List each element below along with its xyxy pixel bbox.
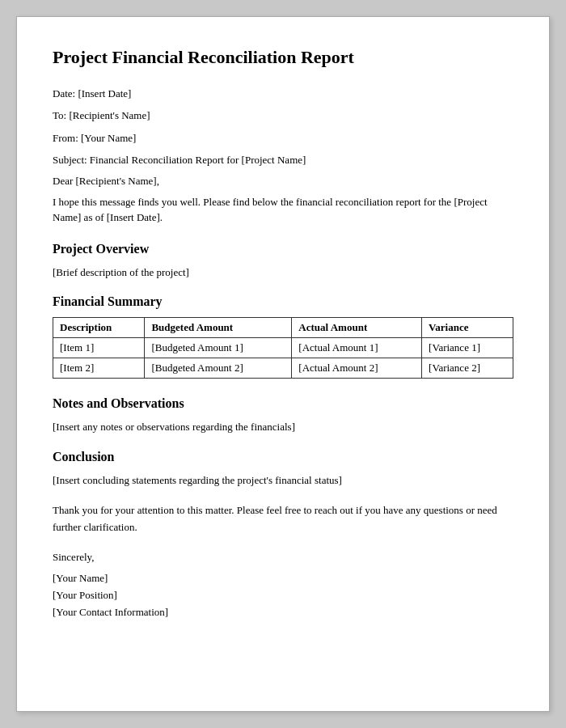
col-header-budgeted: Budgeted Amount [145, 318, 292, 338]
to-line: To: [Recipient's Name] [53, 108, 513, 124]
sincerely-text: Sincerely, [53, 549, 513, 566]
signer-name: [Your Name] [53, 570, 513, 587]
notes-text: [Insert any notes or observations regard… [53, 419, 513, 435]
report-title: Project Financial Reconciliation Report [53, 46, 513, 70]
signer-position: [Your Position] [53, 587, 513, 604]
conclusion-heading: Conclusion [53, 450, 513, 464]
notes-heading: Notes and Observations [53, 396, 513, 411]
signature-block: [Your Name] [Your Position] [Your Contac… [53, 570, 513, 620]
table-cell: [Actual Amount 1] [292, 338, 422, 358]
project-overview-heading: Project Overview [53, 242, 513, 256]
conclusion-text: [Insert concluding statements regarding … [53, 472, 513, 489]
table-cell: [Actual Amount 2] [292, 358, 422, 379]
signer-contact: [Your Contact Information] [53, 604, 513, 621]
closing-block: Thank you for your attention to this mat… [53, 502, 513, 621]
dear-line: Dear [Recipient's Name], [53, 175, 513, 188]
project-overview-text: [Brief description of the project] [53, 265, 513, 281]
col-header-description: Description [53, 318, 145, 338]
report-page: Project Financial Reconciliation Report … [16, 16, 550, 712]
table-cell: [Item 1] [53, 338, 145, 358]
table-cell: [Item 2] [53, 358, 145, 379]
subject-line: Subject: Financial Reconciliation Report… [53, 152, 513, 168]
thank-you-text: Thank you for your attention to this mat… [53, 502, 513, 536]
col-header-variance: Variance [422, 318, 513, 338]
financial-summary-heading: Financial Summary [53, 294, 513, 309]
from-line: From: [Your Name] [53, 130, 513, 146]
table-cell: [Variance 1] [422, 338, 513, 358]
table-row: [Item 2][Budgeted Amount 2][Actual Amoun… [53, 358, 513, 379]
date-line: Date: [Insert Date] [53, 86, 513, 102]
table-cell: [Budgeted Amount 1] [145, 338, 292, 358]
table-cell: [Budgeted Amount 2] [145, 358, 292, 379]
financial-table: Description Budgeted Amount Actual Amoun… [53, 317, 513, 379]
col-header-actual: Actual Amount [292, 318, 422, 338]
table-row: [Item 1][Budgeted Amount 1][Actual Amoun… [53, 338, 513, 358]
intro-paragraph: I hope this message finds you well. Plea… [53, 194, 513, 226]
table-cell: [Variance 2] [422, 358, 513, 379]
